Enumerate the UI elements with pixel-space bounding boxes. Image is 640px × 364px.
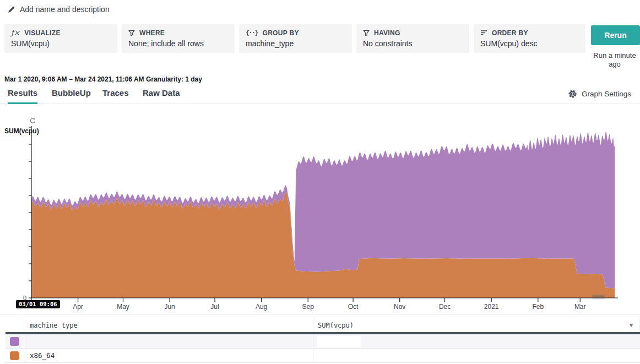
group-by-label: GROUP BY	[263, 29, 299, 37]
results-chart[interactable]: SUM(vcpu) 0AprMayJunJulAugSepOctNovDec20…	[0, 108, 640, 314]
x-tick-label: Mar	[574, 303, 586, 311]
swatch-column-header	[6, 318, 25, 332]
having-panel[interactable]: HAVING No constraints	[356, 24, 469, 53]
add-name-row[interactable]: Add name and description	[8, 5, 110, 14]
time-range-label[interactable]: Mar 1 2020, 9:06 AM − Mar 24 2021, 11:06…	[4, 75, 202, 83]
x-tick-label: Sep	[302, 303, 314, 311]
group-by-value: machine_type	[246, 39, 345, 48]
x-tick-label: 2021	[484, 303, 499, 311]
braces-icon: {··}	[246, 29, 258, 36]
filter-icon	[128, 30, 135, 36]
where-panel[interactable]: WHERE None; include all rows	[122, 24, 235, 53]
x-tick-label: May	[117, 303, 129, 311]
sort-caret-icon[interactable]: ▼	[630, 322, 633, 328]
redacted-value-patch	[317, 336, 361, 347]
order-by-panel[interactable]: ORDER BY SUM(vcpu) desc	[474, 24, 585, 53]
cursor-time-tooltip: 03/01 09:06	[16, 300, 60, 308]
graph-settings-label: Graph Settings	[582, 90, 631, 98]
x-tick-label: Oct	[348, 303, 359, 311]
x-tick-label: Aug	[256, 303, 267, 311]
table-row-empty-machine-type[interactable]	[6, 334, 640, 349]
table-row-x86-64[interactable]: x86_64	[6, 349, 640, 363]
x-tick-label: Apr	[73, 303, 83, 311]
last-run-status: Run a minute ago	[588, 51, 640, 69]
y-axis-title: SUM(vcpu)	[4, 127, 39, 135]
function-icon: ƒ×	[11, 29, 20, 37]
x-tick-label: Jul	[210, 303, 219, 311]
tab-raw-data[interactable]: Raw Data	[143, 88, 180, 104]
axis-artifact	[592, 295, 605, 298]
rerun-button[interactable]: Rerun	[591, 25, 640, 45]
sort-icon	[480, 30, 487, 36]
series-swatch-orange	[10, 351, 19, 360]
x-tick-label: Nov	[394, 303, 405, 311]
stacked-area-chart[interactable]: 0AprMayJunJulAugSepOctNovDec2021FebMar	[0, 108, 640, 314]
pencil-icon	[8, 6, 15, 13]
visualize-label: VISUALIZE	[24, 29, 60, 37]
series-swatch-purple	[10, 337, 19, 346]
filter-icon	[363, 30, 370, 36]
order-by-label: ORDER BY	[492, 29, 528, 37]
visualize-value: SUM(vcpu)	[11, 39, 111, 48]
tab-bar: Results BubbleUp Traces Raw Data Graph S…	[0, 86, 640, 104]
results-table: machine_type SUM(vcpu) ▼ x86_64	[6, 318, 640, 363]
group-by-panel[interactable]: {··} GROUP BY machine_type	[239, 24, 352, 53]
tab-traces[interactable]: Traces	[102, 88, 129, 104]
graph-settings-button[interactable]: Graph Settings	[568, 89, 631, 99]
tab-results[interactable]: Results	[8, 88, 37, 104]
gear-icon	[568, 89, 577, 99]
machine-type-cell: x86_64	[30, 351, 55, 360]
having-value: No constraints	[363, 39, 463, 48]
where-value: None; include all rows	[128, 39, 228, 48]
machine-type-column-header[interactable]: machine_type	[30, 322, 78, 329]
x-tick-label: Feb	[532, 303, 544, 311]
where-label: WHERE	[139, 29, 165, 37]
refresh-icon[interactable]	[29, 117, 36, 124]
sum-vcpu-column-header[interactable]: SUM(vcpu)	[318, 322, 354, 329]
query-page: Add name and description ƒ× VISUALIZE SU…	[0, 0, 640, 364]
add-name-label: Add name and description	[20, 5, 110, 14]
table-header-row: machine_type SUM(vcpu) ▼	[6, 318, 640, 334]
divider	[0, 314, 640, 314]
order-by-value: SUM(vcpu) desc	[480, 39, 579, 48]
tab-bubbleup[interactable]: BubbleUp	[52, 88, 91, 104]
having-label: HAVING	[374, 29, 400, 37]
x-tick-label: Dec	[439, 303, 451, 311]
x-tick-label: Jun	[164, 303, 175, 311]
visualize-panel[interactable]: ƒ× VISUALIZE SUM(vcpu)	[4, 24, 117, 53]
